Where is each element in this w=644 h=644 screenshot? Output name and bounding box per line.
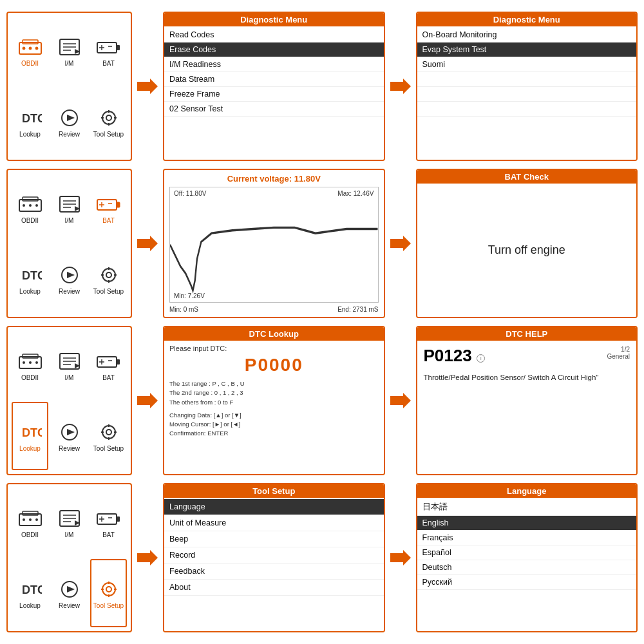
dtc-code[interactable]: P0000 (169, 355, 379, 375)
diag-item-1-2[interactable]: I/M Readiness (164, 57, 384, 72)
menu-im-label-3: I/M (65, 374, 74, 381)
dtc-change: Changing Data: [▲] or [▼] (169, 411, 379, 420)
menu-review-2[interactable]: Review (51, 245, 88, 313)
menu-panel-2: OBDII I/M (6, 169, 132, 318)
lookup-icon-3: DTC (16, 421, 44, 444)
diag-item-1-5[interactable]: 02 Sensor Test (164, 102, 384, 117)
bat-voltage-title: Current voltage: 11.80V (169, 174, 379, 184)
svg-text:DTC: DTC (22, 112, 42, 125)
lang-item-3[interactable]: Español (417, 545, 637, 560)
menu-im-4[interactable]: I/M (51, 488, 88, 556)
setup-item-2[interactable]: Beep (164, 531, 384, 547)
menu-toolsetup-label-1: Tool Setup (93, 131, 124, 138)
diag-item-1-1[interactable]: Erase Codes (164, 43, 384, 57)
lang-item-0[interactable]: 日本語 (417, 499, 637, 516)
diag2-item-1-0[interactable]: On-Board Monitoring (417, 28, 637, 43)
diag-item-1-0[interactable]: Read Codes (164, 28, 384, 43)
setup-item-0[interactable]: Language (164, 499, 384, 515)
arrow-2a (132, 236, 163, 251)
bat-icon-2 (95, 193, 123, 216)
menu-review-1[interactable]: Review (51, 88, 88, 156)
menu-toolsetup-1[interactable]: Tool Setup (90, 88, 127, 156)
screen2-row2: BAT Check Turn off engine (416, 169, 638, 318)
menu-lookup-3[interactable]: DTC Lookup (12, 402, 48, 470)
menu-review-4[interactable]: Review (51, 559, 88, 627)
svg-point-19 (106, 115, 111, 120)
menu-review-3[interactable]: Review (51, 402, 88, 470)
setup-item-5[interactable]: About (164, 580, 384, 596)
arrow-1a (132, 79, 163, 94)
menu-im-3[interactable]: I/M (51, 331, 88, 399)
menu-obdii-3[interactable]: OBDII (12, 331, 48, 399)
menu-im-label-2: I/M (65, 217, 74, 224)
screen2-row1: Diagnostic Menu On-Board Monitoring Evap… (416, 12, 638, 161)
menu-lookup-1[interactable]: DTC Lookup (12, 88, 48, 156)
menu-panel-1: OBDII I/M (6, 12, 132, 161)
lookup-icon-4: DTC (16, 578, 44, 601)
lang-item-2[interactable]: Français (417, 531, 637, 545)
menu-toolsetup-2[interactable]: Tool Setup (90, 245, 127, 313)
setup-item-1[interactable]: Unit of Measure (164, 515, 384, 531)
bat-min-time: Min: 0 mS (169, 306, 198, 313)
screen1-row1-body: Read Codes Erase Codes I/M Readiness Dat… (164, 26, 384, 160)
menu-obdii-4[interactable]: OBDII (12, 488, 48, 556)
lang-item-4[interactable]: Deutsch (417, 560, 637, 575)
menu-obdii-1[interactable]: OBDII (12, 17, 48, 85)
page: OBDII I/M (0, 0, 644, 644)
menu-bat-4[interactable]: BAT (90, 488, 127, 556)
row-4: OBDII I/M (6, 483, 638, 632)
svg-marker-50 (137, 236, 158, 251)
menu-im-2[interactable]: I/M (51, 174, 88, 242)
menu-im-1[interactable]: I/M (51, 17, 88, 85)
svg-marker-103 (390, 550, 411, 565)
screen1-row4-body: Language Unit of Measure Beep Record Fee… (164, 498, 384, 631)
svg-point-4 (35, 47, 38, 50)
dtc-range3: The others from : 0 to F (169, 398, 379, 407)
arrow-1b (385, 79, 416, 94)
lang-item-5[interactable]: Русский (417, 575, 637, 590)
menu-toolsetup-4[interactable]: Tool Setup (90, 559, 127, 627)
diag-item-1-3[interactable]: Data Stream (164, 72, 384, 87)
screen1-row2-body: Current voltage: 11.80V Off: 11.80V Max:… (164, 170, 384, 317)
svg-point-55 (29, 361, 32, 364)
dtc-page-info-wrap: 1/2 General (607, 346, 630, 360)
svg-marker-77 (390, 393, 411, 408)
dtc-prompt: Please input DTC: (169, 345, 379, 352)
svg-marker-69 (67, 429, 75, 435)
lang-list: 日本語 English Français Español Deutsch Рус… (417, 498, 637, 591)
bat-chart-svg (170, 187, 378, 302)
menu-toolsetup-3[interactable]: Tool Setup (90, 402, 127, 470)
menu-lookup-2[interactable]: DTC Lookup (12, 245, 48, 313)
menu-toolsetup-label-4: Tool Setup (93, 602, 124, 609)
menu-bat-1[interactable]: BAT (90, 17, 127, 85)
svg-marker-25 (390, 79, 411, 94)
setup-item-3[interactable]: Record (164, 547, 384, 564)
setup-item-4[interactable]: Feedback (164, 564, 384, 580)
bat-icon-3 (95, 350, 123, 373)
diag-item-1-4[interactable]: Freeze Frame (164, 87, 384, 102)
svg-marker-17 (67, 115, 75, 121)
screen1-row2: Current voltage: 11.80V Off: 11.80V Max:… (163, 169, 385, 318)
lang-item-1[interactable]: English (417, 516, 637, 531)
screen2-row4: Language 日本語 English Français Español De… (416, 483, 638, 632)
arrow-4b (385, 550, 416, 565)
menu-bat-3[interactable]: BAT (90, 331, 127, 399)
diag2-item-1-1[interactable]: Evap System Test (417, 43, 637, 57)
row-1: OBDII I/M (6, 12, 638, 161)
menu-lookup-4[interactable]: DTC Lookup (12, 559, 48, 627)
svg-point-3 (29, 47, 32, 50)
diag2-item-1-4 (417, 87, 637, 102)
menu-bat-2[interactable]: BAT (90, 174, 127, 242)
toolsetup-icon-4 (95, 578, 123, 601)
diag-list-2: On-Board Monitoring Evap System Test Suo… (417, 26, 637, 118)
diag2-item-1-2[interactable]: Suomi (417, 57, 637, 72)
dtc-code-line: P0123 i 1/2 General (424, 346, 630, 366)
svg-marker-24 (137, 79, 158, 94)
lookup-icon-2: DTC (16, 263, 44, 287)
svg-point-96 (102, 583, 115, 596)
row-2: OBDII I/M (6, 169, 638, 318)
svg-point-54 (23, 361, 25, 364)
menu-lookup-label-4: Lookup (19, 602, 41, 609)
menu-obdii-2[interactable]: OBDII (12, 174, 48, 242)
svg-rect-89 (117, 516, 120, 522)
